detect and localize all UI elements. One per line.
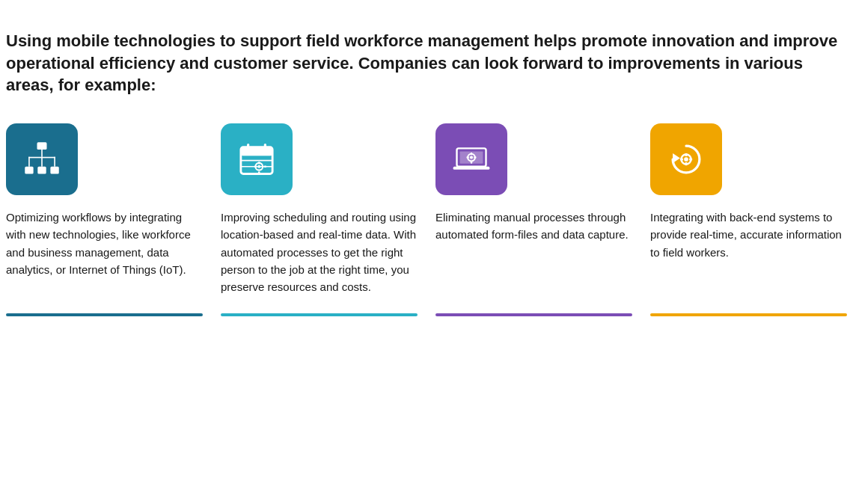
card-workflows-text: Optimizing workflows by integrating with… [6, 209, 203, 295]
laptop-gear-icon [452, 140, 491, 179]
card-workflows-underline [6, 313, 203, 316]
svg-point-17 [257, 165, 260, 168]
cards-container: Optimizing workflows by integrating with… [6, 123, 847, 316]
svg-rect-13 [264, 144, 266, 151]
card-scheduling-underline [221, 313, 418, 316]
svg-rect-29 [467, 156, 469, 158]
svg-rect-4 [41, 150, 43, 157]
laptop-icon-box [435, 123, 507, 195]
calendar-icon [237, 140, 276, 179]
svg-rect-12 [247, 144, 249, 151]
svg-rect-30 [474, 156, 476, 158]
svg-rect-21 [264, 166, 266, 168]
card-manual-underline [435, 313, 632, 316]
network-icon-box [6, 123, 78, 195]
svg-rect-35 [685, 162, 687, 165]
svg-rect-24 [453, 167, 490, 170]
network-icon [22, 140, 61, 179]
calendar-icon-box [221, 123, 293, 195]
integration-icon [667, 140, 706, 179]
card-scheduling-text: Improving scheduling and routing using l… [221, 209, 418, 295]
integration-icon-box [650, 123, 722, 195]
intro-text: Using mobile technologies to support fie… [6, 30, 844, 96]
svg-rect-6 [28, 157, 30, 167]
svg-point-33 [684, 157, 688, 162]
svg-rect-3 [50, 167, 58, 174]
card-manual-text: Eliminating manual processes through aut… [435, 209, 632, 295]
svg-rect-36 [680, 158, 683, 160]
card-manual: Eliminating manual processes through aut… [435, 123, 650, 316]
card-integrating-text: Integrating with back-end systems to pro… [650, 209, 847, 295]
card-integrating: Integrating with back-end systems to pro… [650, 123, 847, 316]
card-integrating-underline [650, 313, 847, 316]
svg-rect-8 [54, 157, 55, 167]
svg-rect-18 [258, 162, 260, 164]
svg-rect-20 [254, 166, 257, 168]
svg-rect-2 [37, 167, 46, 174]
svg-rect-19 [258, 171, 260, 173]
svg-rect-0 [37, 142, 47, 150]
card-scheduling: Improving scheduling and routing using l… [221, 123, 435, 316]
svg-rect-1 [25, 167, 33, 174]
svg-rect-28 [471, 162, 472, 164]
svg-rect-27 [471, 153, 472, 155]
svg-rect-37 [689, 158, 692, 160]
svg-marker-31 [673, 153, 680, 163]
svg-rect-11 [241, 151, 272, 156]
svg-rect-34 [685, 153, 687, 156]
svg-point-26 [470, 156, 473, 159]
card-workflows: Optimizing workflows by integrating with… [6, 123, 221, 316]
svg-rect-7 [41, 157, 43, 167]
